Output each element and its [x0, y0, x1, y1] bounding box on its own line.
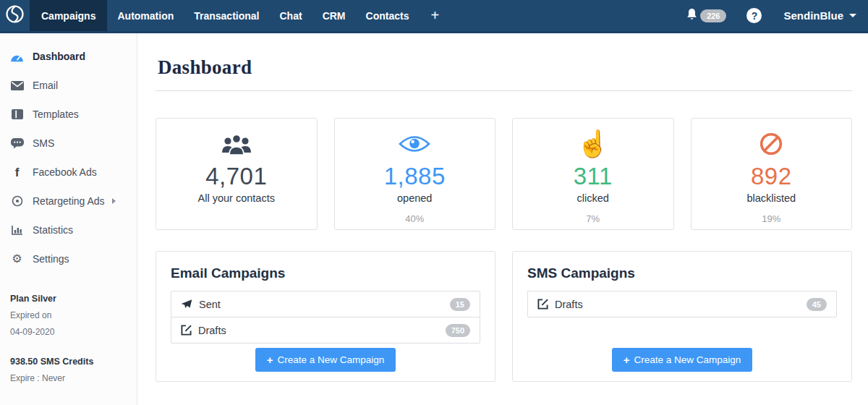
sidebar-item-label: Templates — [33, 108, 79, 120]
chevron-down-icon — [849, 14, 856, 17]
sidebar-item-label: SMS — [33, 137, 54, 149]
create-campaign-button-label: Create a New Campaign — [634, 354, 741, 365]
sms-bubble-icon — [10, 138, 24, 149]
chevron-right-icon — [112, 198, 116, 204]
nav-tab-campaigns[interactable]: Campaigns — [30, 0, 107, 31]
ban-icon — [759, 132, 783, 159]
users-icon — [220, 133, 253, 158]
plus-icon: + — [624, 354, 630, 366]
click-hand-icon: ☝ — [576, 131, 609, 157]
plus-icon: + — [267, 354, 273, 366]
create-campaign-button-label: Create a New Campaign — [277, 354, 384, 365]
notifications-button[interactable]: 226 — [686, 8, 726, 24]
create-sms-campaign-button[interactable]: + Create a New Campaign — [612, 348, 753, 372]
list-item-drafts[interactable]: Drafts 750 — [171, 317, 480, 344]
sidebar-item-label: Statistics — [33, 224, 73, 236]
sidebar-item-label: Email — [33, 80, 58, 91]
plan-expired-label: Expired on — [10, 310, 127, 320]
target-icon — [10, 195, 24, 207]
stat-label: All your contacts — [156, 192, 317, 204]
sidebar-item-retargeting-ads[interactable]: Retargeting Ads — [0, 187, 137, 216]
sendinblue-logo-icon — [5, 4, 25, 27]
nav-tab-contacts[interactable]: Contacts — [356, 0, 420, 31]
notification-count-badge: 226 — [700, 9, 726, 22]
nav-tab-crm[interactable]: CRM — [312, 0, 356, 31]
stat-percent: 19% — [692, 213, 852, 224]
stat-card-opened[interactable]: 1,885 opened 40% — [334, 118, 496, 230]
stat-label: clicked — [513, 192, 673, 204]
sidebar-item-statistics[interactable]: Statistics — [0, 216, 137, 244]
stat-label: blacklisted — [692, 192, 852, 204]
list-item-label: Drafts — [555, 299, 583, 310]
templates-icon — [10, 109, 24, 119]
paper-plane-icon — [181, 299, 192, 310]
stat-card-contacts[interactable]: 4,701 All your contacts — [156, 118, 318, 230]
stats-row: 4,701 All your contacts 1,885 opened 40% — [156, 118, 852, 230]
sidebar-item-label: Settings — [33, 253, 69, 265]
plan-info: Plan Silver Expired on 04-09-2020 — [0, 294, 137, 337]
nav-tab-automation[interactable]: Automation — [107, 0, 184, 31]
email-campaigns-title: Email Campaigns — [171, 265, 480, 281]
sidebar-item-label: Dashboard — [33, 51, 85, 62]
edit-icon — [181, 325, 192, 336]
sms-campaigns-title: SMS Campaigns — [527, 265, 837, 281]
count-badge: 15 — [450, 298, 470, 311]
question-mark-icon: ? — [752, 10, 758, 22]
list-item-sent[interactable]: Sent 15 — [171, 291, 480, 317]
plan-expired-date: 04-09-2020 — [10, 327, 127, 337]
facebook-icon: f — [10, 166, 24, 179]
sidebar-item-label: Facebook Ads — [33, 166, 97, 178]
count-badge: 750 — [446, 324, 470, 337]
stat-card-blacklisted[interactable]: 892 blacklisted 19% — [691, 118, 853, 230]
stat-card-clicked[interactable]: ☝ 311 clicked 7% — [512, 118, 674, 230]
sidebar-item-settings[interactable]: ⚙ Settings — [0, 244, 137, 273]
sms-campaigns-list: Drafts 45 — [527, 291, 837, 317]
brand-logo[interactable] — [0, 0, 30, 31]
sms-credits-expiry: Expire : Never — [10, 373, 127, 383]
sidebar-item-email[interactable]: Email — [0, 71, 137, 100]
sidebar-item-dashboard[interactable]: Dashboard — [0, 42, 137, 71]
stat-label: opened — [335, 192, 495, 204]
nav-add-app-button[interactable]: + — [419, 0, 451, 31]
stat-percent: 7% — [513, 213, 673, 224]
stat-value: 4,701 — [156, 163, 317, 190]
account-name: SendinBlue — [783, 9, 843, 22]
nav-tab-transactional[interactable]: Transactional — [184, 0, 269, 31]
sms-campaigns-card: SMS Campaigns Drafts 45 + Create a — [512, 251, 852, 382]
account-menu[interactable]: SendinBlue — [783, 9, 856, 22]
bar-chart-icon — [10, 225, 24, 235]
email-campaigns-card: Email Campaigns Sent 15 — [156, 251, 495, 382]
create-email-campaign-button[interactable]: + Create a New Campaign — [255, 348, 396, 372]
main-content: Dashboard 4,701 All your contacts — [137, 33, 868, 405]
title-divider — [156, 90, 852, 91]
sidebar-item-label: Retargeting Ads — [33, 195, 105, 207]
help-button[interactable]: ? — [746, 8, 762, 23]
sms-credits-info: 938.50 SMS Credits Expire : Never — [0, 357, 137, 383]
stat-value: 1,885 — [335, 163, 495, 190]
top-navbar: Campaigns Automation Transactional Chat … — [0, 0, 868, 33]
edit-icon — [537, 299, 548, 310]
count-badge: 45 — [807, 298, 827, 311]
list-item-label: Sent — [199, 299, 221, 310]
stat-percent: 40% — [335, 213, 495, 224]
sidebar-item-templates[interactable]: Templates — [0, 100, 137, 129]
email-campaigns-list: Sent 15 Drafts 750 — [171, 291, 480, 344]
bell-icon — [686, 8, 698, 24]
stat-value: 311 — [513, 163, 673, 190]
sms-credits-amount: 938.50 SMS Credits — [10, 357, 127, 367]
envelope-icon — [10, 81, 24, 90]
gear-icon: ⚙ — [10, 253, 24, 265]
campaigns-row: Email Campaigns Sent 15 — [156, 251, 852, 382]
sidebar-item-facebook-ads[interactable]: f Facebook Ads — [0, 158, 137, 187]
plan-name: Plan Silver — [10, 294, 127, 304]
navbar-right-group: 226 ? SendinBlue — [686, 0, 868, 31]
nav-tab-chat[interactable]: Chat — [270, 0, 312, 31]
eye-icon — [398, 134, 431, 157]
list-item-label: Drafts — [198, 325, 226, 336]
page-title: Dashboard — [158, 56, 852, 79]
list-item-drafts[interactable]: Drafts 45 — [527, 291, 837, 317]
left-sidebar: Dashboard Email Templates — [0, 33, 137, 405]
stat-value: 892 — [692, 163, 852, 190]
sidebar-item-sms[interactable]: SMS — [0, 129, 137, 158]
gauge-icon — [10, 51, 24, 62]
